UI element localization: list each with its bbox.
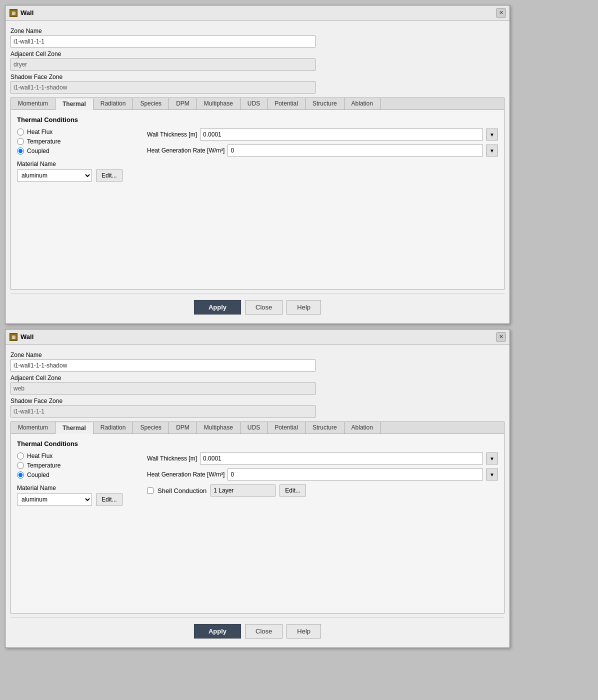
help-button-1[interactable]: Help (286, 300, 321, 314)
right-col-2: Wall Thickness [m] ▼ Heat Generation Rat… (147, 452, 498, 506)
apply-button-1[interactable]: Apply (194, 300, 241, 314)
title-bar-2: ▦ Wall ✕ (6, 330, 510, 344)
radio-temperature-label-2: Temperature (27, 462, 60, 469)
tab-dpm-1[interactable]: DPM (169, 98, 197, 110)
wall-dialog-1: ▦ Wall ✕ Zone Name Adjacent Cell Zone Sh… (5, 5, 510, 324)
radio-group-1: Heat Flux Temperature Coupled (17, 128, 137, 154)
tab-uds-2[interactable]: UDS (240, 422, 268, 434)
radio-coupled-1[interactable]: Coupled (17, 148, 137, 154)
tab-multiphase-1[interactable]: Multiphase (197, 98, 240, 110)
shell-conduction-label: Shell Conduction (158, 487, 206, 494)
tab-content-2: Thermal Conditions Heat Flux Temperature (10, 434, 504, 614)
close-button-2[interactable]: Close (245, 624, 282, 638)
zone-name-input-1[interactable] (10, 36, 316, 48)
radio-heat-flux-2[interactable]: Heat Flux (17, 452, 137, 460)
left-col-2: Heat Flux Temperature Coupled Material N… (17, 452, 137, 506)
material-dropdown-1[interactable]: aluminum (17, 170, 92, 182)
tab-ablation-1[interactable]: Ablation (344, 98, 380, 110)
tab-thermal-1[interactable]: Thermal (56, 98, 94, 110)
title-bar-1: ▦ Wall ✕ (6, 6, 510, 20)
heat-gen-dropdown-arrow-1[interactable]: ▼ (486, 144, 498, 156)
tab-multiphase-2[interactable]: Multiphase (197, 422, 240, 434)
zone-name-label-1: Zone Name (10, 28, 504, 34)
wall-thickness-label-1: Wall Thickness [m] (147, 131, 197, 138)
tab-uds-1[interactable]: UDS (240, 98, 268, 110)
radio-coupled-2[interactable]: Coupled (17, 472, 137, 478)
tab-radiation-1[interactable]: Radiation (94, 98, 134, 110)
apply-button-2[interactable]: Apply (194, 624, 241, 638)
wall-icon-2: ▦ (10, 333, 18, 341)
radio-heat-flux-input-2[interactable] (17, 452, 24, 460)
radio-temperature-input-1[interactable] (17, 138, 24, 145)
radio-heat-flux-input-1[interactable] (17, 128, 24, 136)
thermal-conditions-title-1: Thermal Conditions (17, 116, 498, 124)
tabs-row-2: Momentum Thermal Radiation Species DPM M… (10, 422, 504, 434)
tab-structure-2[interactable]: Structure (306, 422, 344, 434)
wall-thickness-input-2[interactable] (200, 452, 483, 464)
radio-temperature-2[interactable]: Temperature (17, 462, 137, 469)
tab-momentum-2[interactable]: Momentum (11, 422, 56, 434)
adjacent-cell-zone-label-2: Adjacent Cell Zone (10, 374, 504, 382)
shadow-face-zone-label-1: Shadow Face Zone (10, 74, 504, 80)
tab-species-1[interactable]: Species (133, 98, 169, 110)
material-dropdown-2[interactable]: aluminum (17, 494, 92, 506)
material-edit-btn-1[interactable]: Edit... (96, 170, 122, 182)
heat-gen-input-1[interactable] (228, 144, 483, 156)
close-button-1[interactable]: Close (245, 300, 282, 314)
dialog2-title: Wall (20, 333, 34, 340)
tab-momentum-1[interactable]: Momentum (11, 98, 56, 110)
shadow-face-zone-label-2: Shadow Face Zone (10, 398, 504, 404)
radio-heat-flux-label-1: Heat Flux (27, 128, 52, 136)
dialog2-body: Zone Name Adjacent Cell Zone Shadow Face… (6, 344, 510, 648)
adjacent-cell-zone-input-1 (10, 58, 316, 70)
tab-thermal-2[interactable]: Thermal (56, 422, 94, 434)
radio-group-2: Heat Flux Temperature Coupled (17, 452, 137, 478)
material-edit-btn-2[interactable]: Edit... (96, 494, 122, 506)
tab-potential-1[interactable]: Potential (268, 98, 306, 110)
thermal-conditions-title-2: Thermal Conditions (17, 440, 498, 448)
wall-thickness-dropdown-arrow-2[interactable]: ▼ (486, 452, 498, 464)
radio-coupled-label-2: Coupled (27, 472, 50, 478)
heat-gen-row-1: Heat Generation Rate [W/m³] ▼ (147, 144, 498, 156)
shell-conduction-layer-input (210, 484, 276, 496)
tab-ablation-2[interactable]: Ablation (344, 422, 380, 434)
wall-thickness-row-1: Wall Thickness [m] ▼ (147, 128, 498, 140)
tab-dpm-2[interactable]: DPM (169, 422, 197, 434)
tab-content-1: Thermal Conditions Heat Flux Temperature (10, 110, 504, 290)
material-name-label-2: Material Name (17, 484, 137, 492)
heat-gen-input-2[interactable] (228, 468, 483, 480)
radio-coupled-input-1[interactable] (17, 148, 24, 154)
shell-conduction-checkbox[interactable] (147, 488, 154, 494)
shadow-face-zone-input-2 (10, 406, 316, 418)
shell-conduction-edit-btn[interactable]: Edit... (280, 484, 306, 496)
shadow-face-zone-input-1 (10, 82, 316, 94)
tabs-row-1: Momentum Thermal Radiation Species DPM M… (10, 98, 504, 110)
zone-name-label-2: Zone Name (10, 352, 504, 358)
radio-temperature-1[interactable]: Temperature (17, 138, 137, 145)
tab-potential-2[interactable]: Potential (268, 422, 306, 434)
close-icon-1[interactable]: ✕ (496, 8, 506, 18)
wall-thickness-input-1[interactable] (200, 128, 483, 140)
right-col-1: Wall Thickness [m] ▼ Heat Generation Rat… (147, 128, 498, 182)
adjacent-cell-zone-input-2 (10, 382, 316, 394)
heat-gen-label-1: Heat Generation Rate [W/m³] (147, 147, 224, 154)
wall-thickness-row-2: Wall Thickness [m] ▼ (147, 452, 498, 464)
heat-gen-dropdown-arrow-2[interactable]: ▼ (486, 468, 498, 480)
adjacent-cell-zone-label-1: Adjacent Cell Zone (10, 50, 504, 58)
wall-dialog-2: ▦ Wall ✕ Zone Name Adjacent Cell Zone Sh… (5, 329, 510, 648)
radio-heat-flux-1[interactable]: Heat Flux (17, 128, 137, 136)
radio-temperature-input-2[interactable] (17, 462, 24, 469)
bottom-buttons-2: Apply Close Help (10, 618, 504, 644)
tab-structure-1[interactable]: Structure (306, 98, 344, 110)
two-col-2: Heat Flux Temperature Coupled Material N… (17, 452, 498, 506)
radio-coupled-input-2[interactable] (17, 472, 24, 478)
tab-radiation-2[interactable]: Radiation (94, 422, 134, 434)
wall-icon-1: ▦ (10, 9, 18, 17)
close-icon-2[interactable]: ✕ (496, 332, 506, 342)
dialog1-title: Wall (20, 9, 34, 16)
tab-species-2[interactable]: Species (133, 422, 169, 434)
wall-thickness-dropdown-arrow-1[interactable]: ▼ (486, 128, 498, 140)
zone-name-input-2[interactable] (10, 360, 316, 372)
heat-gen-row-2: Heat Generation Rate [W/m³] ▼ (147, 468, 498, 480)
help-button-2[interactable]: Help (286, 624, 321, 638)
